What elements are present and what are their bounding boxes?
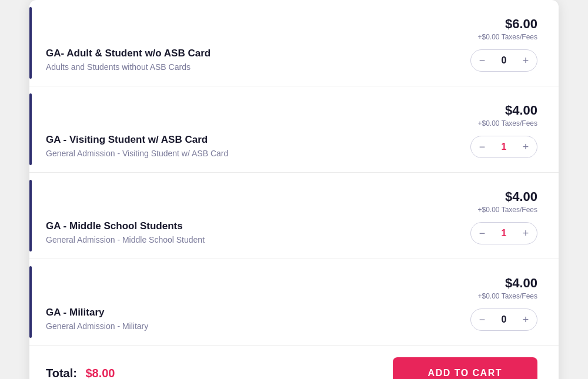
ticket-row-adult-student-no-asb: GA- Adult & Student w/o ASB Card Adults … <box>29 0 559 86</box>
ticket-price-military: $4.00 <box>505 276 537 291</box>
ticket-title-middle-school: GA - Middle School Students <box>46 220 432 232</box>
ticket-card: GA- Adult & Student w/o ASB Card Adults … <box>29 0 559 379</box>
ticket-pricing-visiting-student-asb: $4.00 +$0.00 Taxes/Fees − 1 + <box>432 103 537 158</box>
ticket-price-adult-student-no-asb: $6.00 <box>505 16 537 32</box>
ticket-info-military: GA - Military General Admission - Milita… <box>46 307 432 331</box>
quantity-value-visiting-student-asb: 1 <box>493 142 514 152</box>
increase-btn-middle-school[interactable]: + <box>514 223 537 244</box>
ticket-pricing-middle-school: $4.00 +$0.00 Taxes/Fees − 1 + <box>432 189 537 244</box>
quantity-control-middle-school: − 1 + <box>470 222 537 244</box>
add-to-cart-button[interactable]: ADD TO CART <box>393 357 537 379</box>
ticket-desc-visiting-student-asb: General Admission - Visiting Student w/ … <box>46 149 432 158</box>
ticket-info-middle-school: GA - Middle School Students General Admi… <box>46 220 432 244</box>
quantity-value-adult-student-no-asb: 0 <box>493 55 514 66</box>
ticket-title-adult-student-no-asb: GA- Adult & Student w/o ASB Card <box>46 48 432 59</box>
increase-btn-visiting-student-asb[interactable]: + <box>514 136 537 157</box>
ticket-row-visiting-student-asb: GA - Visiting Student w/ ASB Card Genera… <box>29 86 559 173</box>
ticket-info-adult-student-no-asb: GA- Adult & Student w/o ASB Card Adults … <box>46 48 432 72</box>
total-section: Total: $8.00 <box>46 367 115 380</box>
decrease-btn-middle-school[interactable]: − <box>471 223 493 244</box>
quantity-value-middle-school: 1 <box>493 228 514 239</box>
quantity-control-visiting-student-asb: − 1 + <box>470 136 537 158</box>
ticket-pricing-military: $4.00 +$0.00 Taxes/Fees − 0 + <box>432 276 537 331</box>
footer-bar: Total: $8.00 ADD TO CART <box>29 346 559 379</box>
ticket-taxes-middle-school: +$0.00 Taxes/Fees <box>477 206 537 214</box>
ticket-info-visiting-student-asb: GA - Visiting Student w/ ASB Card Genera… <box>46 134 432 158</box>
ticket-row-middle-school: GA - Middle School Students General Admi… <box>29 173 559 259</box>
quantity-value-military: 0 <box>493 314 514 325</box>
ticket-row-military: GA - Military General Admission - Milita… <box>29 259 559 346</box>
ticket-pricing-adult-student-no-asb: $6.00 +$0.00 Taxes/Fees − 0 + <box>432 16 537 72</box>
ticket-title-military: GA - Military <box>46 307 432 318</box>
ticket-desc-middle-school: General Admission - Middle School Studen… <box>46 235 432 244</box>
decrease-btn-visiting-student-asb[interactable]: − <box>471 136 493 157</box>
ticket-taxes-visiting-student-asb: +$0.00 Taxes/Fees <box>477 119 537 128</box>
total-label: Total: <box>46 367 77 380</box>
decrease-btn-adult-student-no-asb[interactable]: − <box>471 50 493 71</box>
ticket-desc-military: General Admission - Military <box>46 321 432 331</box>
increase-btn-military[interactable]: + <box>514 309 537 330</box>
decrease-btn-military[interactable]: − <box>471 309 493 330</box>
ticket-desc-adult-student-no-asb: Adults and Students without ASB Cards <box>46 62 432 72</box>
increase-btn-adult-student-no-asb[interactable]: + <box>514 50 537 71</box>
ticket-price-visiting-student-asb: $4.00 <box>505 103 537 118</box>
ticket-title-visiting-student-asb: GA - Visiting Student w/ ASB Card <box>46 134 432 146</box>
quantity-control-adult-student-no-asb: − 0 + <box>470 49 537 72</box>
ticket-taxes-adult-student-no-asb: +$0.00 Taxes/Fees <box>477 33 537 41</box>
ticket-taxes-military: +$0.00 Taxes/Fees <box>477 292 537 300</box>
total-amount: $8.00 <box>85 367 115 380</box>
ticket-price-middle-school: $4.00 <box>505 189 537 204</box>
quantity-control-military: − 0 + <box>470 308 537 331</box>
